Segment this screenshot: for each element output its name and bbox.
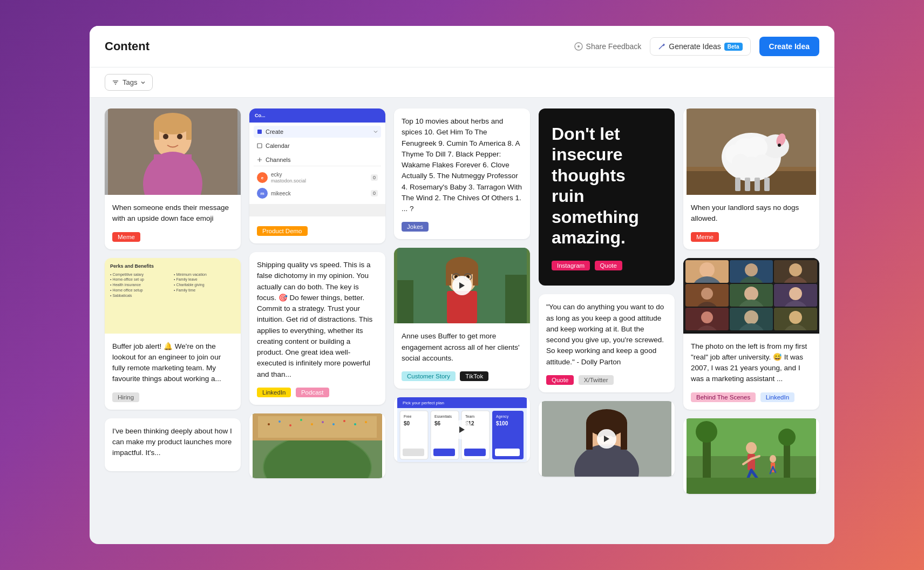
card-runner[interactable] [683,418,819,494]
svg-point-112 [746,442,757,454]
svg-point-87 [754,154,770,171]
card-shipping-quality[interactable]: Shipping quality vs speed. This is a fal… [249,252,385,405]
svg-rect-12 [186,124,192,140]
card-stadium[interactable] [249,413,385,478]
card-dont-let-insecure[interactable]: Don't let insecure thoughts ruin somethi… [539,108,675,286]
card-text: When someone ends their message with an … [112,202,233,225]
content-grid: When someone ends their message with an … [90,98,834,505]
svg-rect-16 [257,144,262,148]
card-product-demo[interactable]: Co... Create Calendar [249,108,385,243]
svg-text:$100: $100 [496,420,508,426]
svg-text:Agency: Agency [496,415,509,419]
create-idea-button[interactable]: Create Idea [759,37,819,56]
svg-point-100 [701,311,713,323]
tag-group: Behind The Scenes LinkedIn [691,390,812,402]
svg-point-98 [789,287,802,300]
svg-rect-81 [764,178,770,191]
tiktok-tag[interactable]: TikTok [460,371,488,381]
card-upside-down-emoji[interactable]: When someone ends their message with an … [105,108,241,249]
svg-rect-36 [473,267,478,286]
card-dolly-parton[interactable]: "You can do anything you want to do as l… [539,294,675,392]
hiring-tag[interactable]: Hiring [112,392,139,402]
video-thumbnail [394,248,530,323]
generate-ideas-button[interactable]: Generate Ideas Beta [650,37,750,56]
card-portrait-woman[interactable] [539,401,675,477]
card-body: When your landlord says no dogs allowed.… [683,195,819,249]
column-2: Co... Create Calendar [249,108,385,478]
svg-point-88 [699,262,715,277]
tags-filter-button[interactable]: Tags [105,74,153,91]
card-body: "You can do anything you want to do as l… [539,294,675,392]
meme-tag[interactable]: Meme [112,232,140,242]
product-demo-tag[interactable]: Product Demo [257,226,308,236]
behind-the-scenes-tag[interactable]: Behind The Scenes [691,392,756,402]
svg-rect-61 [464,449,486,456]
card-herbs-spices[interactable]: Top 10 movies about herbs and spices 10.… [394,108,530,239]
column-1: When someone ends their message with an … [105,108,241,471]
jokes-tag[interactable]: Jokes [402,222,429,232]
card-sheep[interactable]: When your landlord says no dogs allowed.… [683,108,819,249]
svg-point-102 [744,310,758,324]
card-buffer-job[interactable]: Perks and Benefits • Competitive salary•… [105,258,241,410]
svg-rect-79 [745,178,750,191]
card-product-launches[interactable]: I've been thinking deeply about how I ca… [105,418,241,472]
quote-tag[interactable]: Quote [546,375,574,385]
linkedin-tag[interactable]: LinkedIn [257,388,291,397]
svg-point-91 [738,276,765,283]
svg-point-21 [268,423,270,425]
svg-point-28 [343,420,345,422]
svg-point-25 [311,423,313,425]
column-5: When your landlord says no dogs allowed.… [683,108,819,494]
svg-point-104 [789,311,802,324]
svg-text:$6: $6 [434,420,441,426]
column-4: Don't let insecure thoughts ruin somethi… [539,108,675,477]
main-container: Content Share Feedback Generate Ideas Be… [90,26,834,544]
svg-point-30 [365,421,367,423]
card-body: I've been thinking deeply about how I ca… [105,418,241,472]
svg-point-93 [782,276,809,283]
card-body: Product Demo [249,216,385,243]
feedback-icon [574,42,583,51]
card-first-job[interactable]: The photo on the left is from my first "… [683,258,819,410]
svg-point-77 [778,144,781,147]
tag-group: Customer Story TikTok [402,369,522,381]
customer-story-tag[interactable]: Customer Story [402,371,456,381]
card-pricing[interactable]: Pick your perfect plan Free Essentials T… [394,397,530,462]
play-button[interactable] [597,429,616,449]
card-body: Shipping quality vs speed. This is a fal… [249,252,385,405]
meme-tag[interactable]: Meme [691,232,719,242]
quote-tag[interactable]: Quote [595,261,622,270]
card-anne-buffer[interactable]: Anne uses Buffer to get more engagement … [394,248,530,389]
svg-rect-59 [403,449,424,456]
svg-text:Essentials: Essentials [434,415,452,418]
wand-icon [658,43,665,50]
beta-badge: Beta [724,43,743,51]
svg-point-90 [745,263,758,276]
card-text: Buffer job alert! 🔔 We're on the lookout… [112,341,233,385]
instagram-tag[interactable]: Instagram [552,261,590,270]
svg-point-95 [695,302,719,307]
linkedin-tag[interactable]: LinkedIn [760,392,794,402]
svg-text:Pick your perfect plan: Pick your perfect plan [403,401,444,405]
play-button[interactable] [452,420,472,439]
document-preview: Perks and Benefits • Competitive salary•… [105,258,241,334]
portrait-image [539,401,675,477]
svg-point-92 [789,263,802,276]
svg-point-23 [289,424,291,426]
card-text: "You can do anything you want to do as l… [546,302,667,368]
podcast-tag[interactable]: Podcast [296,388,329,397]
svg-rect-43 [505,275,527,323]
svg-point-103 [737,323,765,330]
card-body: Anne uses Buffer to get more engagement … [394,323,530,389]
x-twitter-tag[interactable]: X/Twitter [579,375,614,385]
share-feedback-button[interactable]: Share Feedback [574,42,642,51]
tag-group: LinkedIn Podcast [257,385,378,397]
tag-group: Instagram Quote [552,259,662,270]
header-actions: Share Feedback Generate Ideas Beta Creat… [574,37,819,56]
svg-point-2 [663,44,664,45]
play-button[interactable] [452,276,472,295]
svg-point-94 [701,288,713,300]
svg-point-22 [278,420,281,423]
tag-group: Quote X/Twitter [546,373,667,385]
page-title: Content [105,39,150,53]
